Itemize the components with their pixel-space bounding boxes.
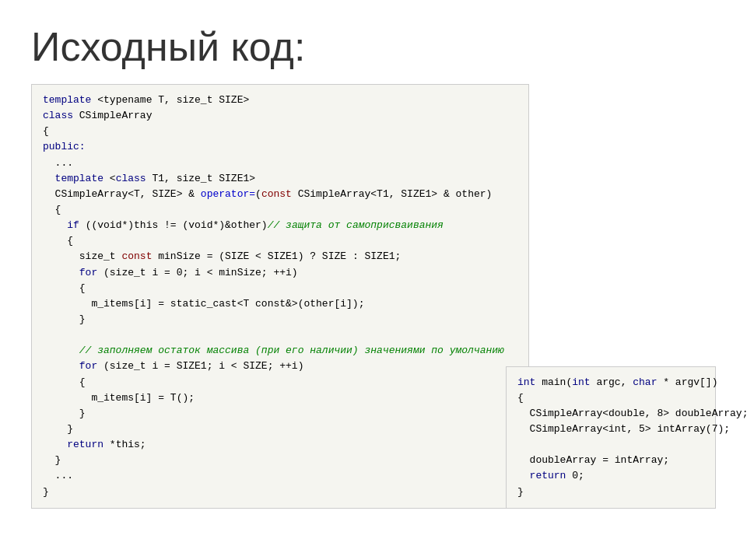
code-line: return *this; [43,437,517,453]
code-line: template <typename T, size_t SIZE> [43,93,517,108]
secondary-code-box: int main(int argc, char * argv[]) { CSim… [506,366,716,509]
code-line: CSimpleArray<T, SIZE> & operator=(const … [43,187,517,202]
code-line: } [43,312,517,327]
code-line: for (size_t i = SIZE1; i < SIZE; ++i) [43,359,517,374]
code-line: CSimpleArray<int, 5> intArray(7); [517,422,704,437]
code-line: if ((void*)this != (void*)&other)// защи… [43,218,517,233]
code-line: template <class T1, size_t SIZE1> [43,171,517,187]
code-line: { [43,124,517,139]
code-line: } [43,453,517,468]
code-line: { [517,390,704,406]
code-line: // заполняем остаток массива (при его на… [43,343,517,359]
code-section: template <typename T, size_t SIZE> class… [31,84,716,509]
code-line: } [43,485,517,500]
code-line: m_items[i] = T(); [43,390,517,406]
code-line: int main(int argc, char * argv[]) [517,375,704,390]
code-line: { [43,202,517,218]
code-line [43,327,517,343]
code-line: } [517,485,704,500]
code-line: class CSimpleArray [43,108,517,124]
page-title: Исходный код: [31,23,716,70]
code-line: return 0; [517,468,704,484]
code-line: ... [43,468,517,484]
code-line: m_items[i] = static_cast<T const&>(other… [43,296,517,312]
code-line: } [43,422,517,437]
code-line: public: [43,139,517,155]
code-line: size_t const minSize = (SIZE < SIZE1) ? … [43,249,517,264]
code-line: ... [43,156,517,171]
main-code-box: template <typename T, size_t SIZE> class… [31,84,529,509]
code-line: { [43,375,517,390]
code-line: for (size_t i = 0; i < minSize; ++i) [43,265,517,281]
code-line: { [43,233,517,249]
code-line: { [43,281,517,296]
code-line: doubleArray = intArray; [517,453,704,468]
code-line: } [43,406,517,422]
page-container: Исходный код: template <typename T, size… [0,0,747,560]
code-line: CSimpleArray<double, 8> doubleArray; [517,406,704,422]
code-line [517,437,704,453]
